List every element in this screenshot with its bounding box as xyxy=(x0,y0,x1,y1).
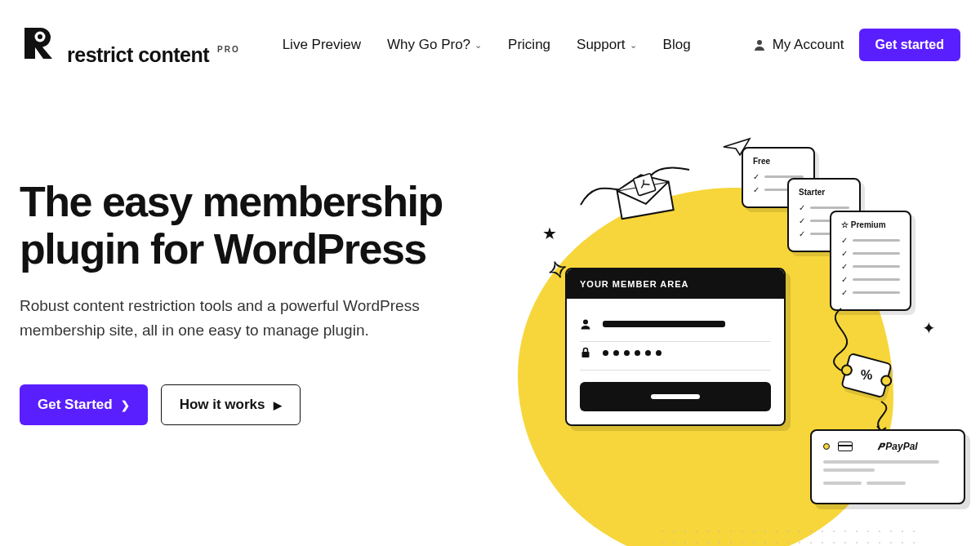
user-icon xyxy=(580,318,591,330)
password-row xyxy=(580,342,771,371)
site-header: restrict content PRO Live Preview Why Go… xyxy=(0,0,980,90)
play-icon: ▶ xyxy=(274,399,282,411)
star-icon: ☆ xyxy=(841,220,849,229)
hero-cta-group: Get Started ❯ How it works ▶ xyxy=(20,384,477,425)
member-area-header: YOUR MEMBER AREA xyxy=(567,269,784,299)
tier-premium-card: ☆ Premium ✓ ✓ ✓ ✓ ✓ xyxy=(830,211,911,311)
chevron-down-icon: ⌄ xyxy=(630,40,637,51)
login-button-mock xyxy=(580,382,771,411)
my-account-link[interactable]: My Account xyxy=(753,37,844,53)
star-icon: ★ xyxy=(542,224,557,243)
member-area-card: YOUR MEMBER AREA xyxy=(565,268,786,426)
logo-icon xyxy=(20,23,59,62)
logo-pro-badge: PRO xyxy=(217,45,240,54)
primary-nav: Live Preview Why Go Pro?⌄ Pricing Suppor… xyxy=(283,37,691,53)
nav-support[interactable]: Support⌄ xyxy=(577,37,637,53)
hero: The easy membership plugin for WordPress… xyxy=(0,90,980,546)
logo-text: restrict content xyxy=(67,43,209,67)
radio-selected-icon xyxy=(823,443,830,450)
star-icon: ✦ xyxy=(922,318,936,338)
hero-title: The easy membership plugin for WordPress xyxy=(20,178,477,273)
logo[interactable]: restrict content PRO xyxy=(20,23,240,67)
nav-pricing[interactable]: Pricing xyxy=(508,37,550,53)
hero-copy: The easy membership plugin for WordPress… xyxy=(20,129,477,546)
payment-card: 𝙋 PayPal xyxy=(810,429,965,504)
dot-grid xyxy=(657,526,918,546)
username-row xyxy=(580,313,771,342)
password-dots xyxy=(603,350,662,356)
svg-point-2 xyxy=(757,40,762,45)
how-it-works-button[interactable]: How it works ▶ xyxy=(161,384,301,425)
credit-card-icon xyxy=(838,442,853,451)
svg-rect-6 xyxy=(582,352,590,357)
paypal-logo: 𝙋 PayPal xyxy=(877,441,918,452)
nav-live-preview[interactable]: Live Preview xyxy=(283,37,361,53)
chevron-right-icon: ❯ xyxy=(121,399,130,411)
account-area: My Account Get started xyxy=(753,29,960,61)
lock-icon xyxy=(580,347,591,358)
hero-illustration: ★ ⟡ YOUR MEMBER AREA Free ✓ ✓ Starte xyxy=(477,129,960,546)
username-scribble xyxy=(603,321,725,327)
svg-point-5 xyxy=(583,320,588,325)
svg-point-1 xyxy=(38,34,42,39)
chevron-down-icon: ⌄ xyxy=(474,40,482,51)
get-started-header-button[interactable]: Get started xyxy=(859,29,960,61)
user-icon xyxy=(753,38,766,51)
get-started-button[interactable]: Get Started ❯ xyxy=(20,384,148,425)
hero-subtitle: Robust content restriction tools and a p… xyxy=(20,294,461,342)
nav-blog[interactable]: Blog xyxy=(663,37,691,53)
nav-why-go-pro[interactable]: Why Go Pro?⌄ xyxy=(387,37,482,53)
